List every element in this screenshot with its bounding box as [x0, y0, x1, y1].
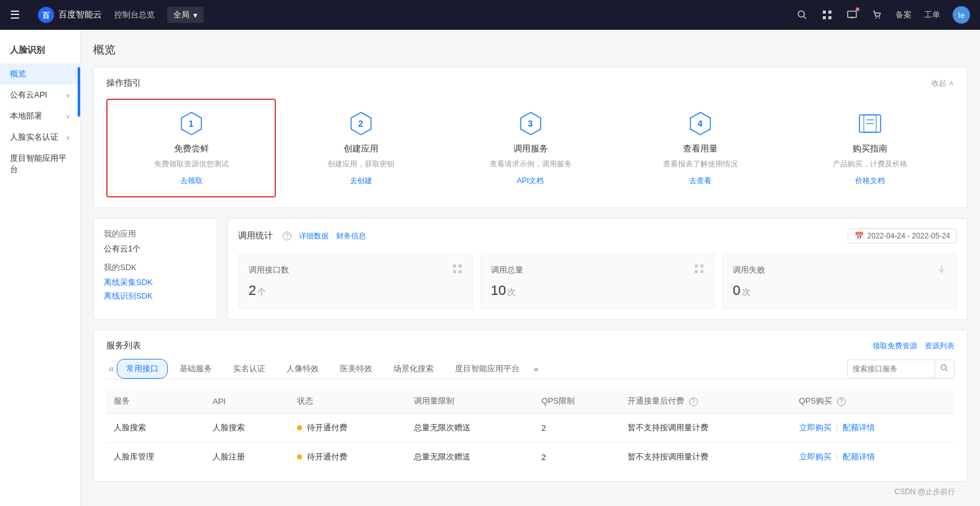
sidebar-item-label: 本地部署 — [10, 111, 42, 122]
tab-real-name[interactable]: 实名认证 — [224, 359, 275, 379]
stats-header: 调用统计 ? 详细数据 财务信息 📅 2022-04-24 - 2022-05-… — [238, 228, 957, 243]
date-range-selector[interactable]: 📅 2022-04-24 - 2022-05-24 — [848, 228, 957, 243]
svg-point-2 — [799, 11, 805, 17]
step-1-link[interactable]: 去领取 — [180, 176, 203, 186]
step-4-link[interactable]: 去查看 — [689, 176, 712, 186]
tab-basic-service[interactable]: 基础服务 — [170, 359, 221, 379]
step-3-icon: 3 — [517, 110, 544, 137]
svg-rect-26 — [700, 264, 703, 268]
service-search-box[interactable] — [847, 359, 955, 378]
user-avatar[interactable]: Ie — [953, 6, 970, 24]
resource-list-link[interactable]: 资源列表 — [925, 341, 955, 351]
row2-config-link[interactable]: 配额详情 — [843, 452, 875, 461]
console-overview-link[interactable]: 控制台总览 — [114, 9, 155, 20]
chevron-down-icon: ▾ — [193, 11, 198, 20]
operation-guide-card: 操作指引 收起 ∧ 1 免费尝鲜 免费领取资源供您测试 去领取 — [93, 67, 968, 208]
top-nav: ☰ 百 百度智能云 控制台总览 全局 ▾ 备案 工单 Ie — [0, 0, 980, 30]
step-3[interactable]: 3 调用服务 查看请求示例，调用服务 API文档 — [446, 99, 615, 197]
tab-prev-button[interactable]: « — [106, 359, 117, 378]
service-actions: 领取免费资源 资源列表 — [872, 341, 955, 351]
svg-rect-24 — [459, 270, 462, 273]
svg-point-11 — [876, 17, 877, 19]
row1-billing: 暂不支持按调用量计费 — [620, 413, 792, 443]
sidebar-item-real-name[interactable]: 人脸实名认证 ∨ — [0, 127, 80, 148]
step-2-link[interactable]: 去创建 — [350, 176, 372, 186]
page-title: 概览 — [93, 42, 968, 57]
steps-container: 1 免费尝鲜 免费领取资源供您测试 去领取 2 创建应用 — [106, 99, 955, 197]
row1-actions: 立即购买 | 配额详情 — [792, 413, 955, 443]
cart-icon[interactable] — [871, 9, 883, 21]
step-2[interactable]: 2 创建应用 创建应用，获取密钥 去创建 — [276, 99, 446, 197]
step-5[interactable]: 购买指南 产品购买，计费及价格 价格文档 — [785, 99, 955, 197]
workorder-link[interactable]: 工单 — [924, 9, 940, 20]
sidebar-item-overview[interactable]: 概览 — [0, 63, 80, 84]
step-5-link[interactable]: 价格文档 — [855, 176, 885, 186]
sidebar-item-public-api[interactable]: 公有云API ∨ — [0, 84, 80, 106]
service-list-section: 服务列表 领取免费资源 资源列表 « 常用接口 基础服务 实名认证 — [93, 330, 968, 482]
tab-duemu[interactable]: 度目智能应用平台 — [446, 359, 529, 379]
col-qps-limit: QPS限制 — [534, 389, 620, 413]
step-3-link[interactable]: API文档 — [517, 176, 544, 186]
svg-point-12 — [879, 17, 880, 19]
svg-rect-6 — [823, 16, 826, 19]
search-icon[interactable] — [796, 9, 808, 21]
row2-billing: 暂不支持按调用量计费 — [620, 443, 792, 472]
sdk-offline-recognize-link[interactable]: 离线识别SDK — [104, 291, 207, 302]
row2-buy-link[interactable]: 立即购买 — [799, 452, 831, 461]
calendar-icon: 📅 — [854, 232, 864, 240]
row2-actions: 立即购买 | 配额详情 — [792, 443, 955, 472]
step-4-desc: 查看报表了解使用情况 — [663, 158, 738, 169]
stats-metrics: 调用接口数 2个 调用总量 — [238, 253, 957, 309]
region-selector[interactable]: 全局 ▾ — [167, 7, 204, 23]
collapse-button[interactable]: 收起 ∧ — [932, 78, 955, 89]
menu-icon[interactable]: ☰ — [10, 8, 25, 22]
finance-info-link[interactable]: 财务信息 — [336, 231, 366, 242]
step-5-desc: 产品购买，计费及价格 — [833, 158, 907, 169]
detail-data-link[interactable]: 详细数据 — [299, 231, 329, 242]
nav-right: 备案 工单 Ie — [796, 6, 970, 24]
step-4[interactable]: 4 查看用量 查看报表了解使用情况 去查看 — [615, 99, 785, 197]
tab-common-api[interactable]: 常用接口 — [117, 359, 168, 379]
step-1[interactable]: 1 免费尝鲜 免费领取资源供您测试 去领取 — [106, 99, 276, 197]
stats-help-icon[interactable]: ? — [283, 232, 291, 240]
tab-scene-search[interactable]: 场景化搜索 — [384, 359, 443, 379]
stats-panel: 调用统计 ? 详细数据 财务信息 📅 2022-04-24 - 2022-05-… — [227, 218, 968, 320]
qps-buy-help-icon[interactable]: ? — [837, 397, 846, 406]
free-resource-link[interactable]: 领取免费资源 — [872, 341, 917, 351]
sidebar-item-label: 人脸实名认证 — [10, 132, 58, 143]
sidebar-item-label: 度目智能应用平台 — [10, 153, 70, 175]
monitor-icon[interactable] — [846, 9, 858, 21]
sidebar-item-duemu[interactable]: 度目智能应用平台 — [0, 148, 80, 180]
filing-link[interactable]: 备案 — [895, 9, 912, 20]
stats-layout: 我的应用 公有云1个 我的SDK 离线采集SDK 离线识别SDK 调用统计 ? … — [93, 218, 968, 320]
my-apps-value: 公有云1个 — [104, 243, 207, 255]
svg-rect-27 — [695, 270, 698, 273]
metric-1-label: 调用接口数 — [249, 264, 462, 276]
col-qps-buy: QPS购买 ? — [792, 389, 955, 413]
tab-next-button[interactable]: » — [531, 361, 541, 377]
svg-rect-22 — [459, 264, 462, 268]
billing-help-icon[interactable]: ? — [689, 397, 698, 406]
grid2-icon — [694, 264, 704, 276]
service-search-input[interactable] — [848, 364, 935, 373]
col-api: API — [205, 389, 290, 413]
col-billing: 开通接量后付费 ? — [620, 389, 792, 413]
apps-grid-icon[interactable] — [821, 9, 833, 21]
tab-portrait-effects[interactable]: 人像特效 — [277, 359, 328, 379]
svg-rect-8 — [848, 11, 856, 17]
status-dot — [297, 454, 302, 459]
scroll-indicator — [78, 67, 80, 117]
main-layout: 人脸识别 概览 公有云API ∨ 本地部署 ∨ 人脸实名认证 ∨ 度目智能应用平… — [0, 30, 980, 506]
sidebar-item-local-deploy[interactable]: 本地部署 ∨ — [0, 106, 80, 127]
chevron-down-icon: ∨ — [66, 113, 70, 120]
metric-3-value: 0次 — [733, 282, 946, 299]
step-4-icon: 4 — [687, 110, 714, 137]
row1-config-link[interactable]: 配额详情 — [843, 423, 875, 432]
service-table-body: 人脸搜索 人脸搜索 待开通付费 总量无限次赠送 2 暂不支持按调用量计费 立即购… — [106, 413, 955, 472]
service-search-button[interactable] — [935, 360, 954, 377]
svg-rect-4 — [823, 11, 826, 14]
row1-buy-link[interactable]: 立即购买 — [799, 423, 831, 432]
tab-medical-beauty[interactable]: 医美特效 — [331, 359, 382, 379]
page-footer: CSDN @止步前行 — [93, 482, 968, 502]
sdk-offline-collect-link[interactable]: 离线采集SDK — [104, 277, 207, 288]
